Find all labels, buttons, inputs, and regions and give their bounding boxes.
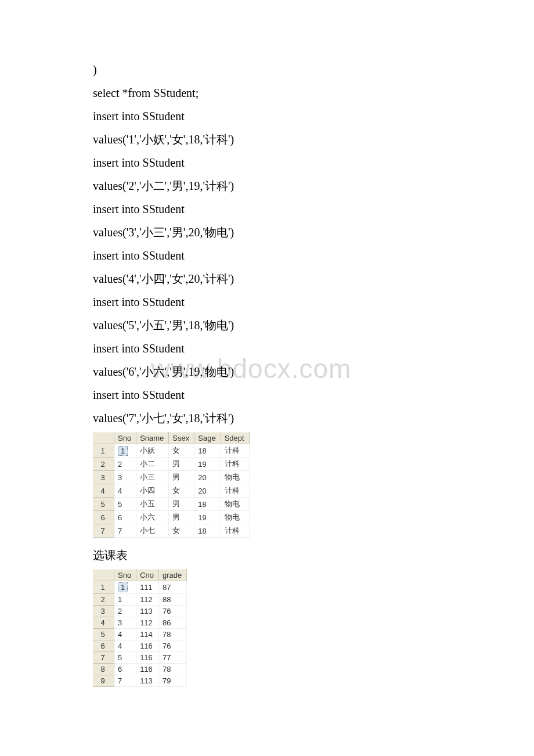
cell-sname[interactable]: 小六 — [136, 511, 169, 524]
table-row[interactable]: 3 2 113 76 — [93, 606, 187, 617]
cell-sno[interactable]: 5 — [114, 498, 136, 511]
cell-grade[interactable]: 78 — [159, 664, 187, 675]
table-row[interactable]: 5 4 114 78 — [93, 629, 187, 640]
cell-sno[interactable]: 6 — [114, 664, 136, 675]
cell-sname[interactable]: 小二 — [136, 458, 169, 471]
cell-cno[interactable]: 112 — [136, 617, 159, 629]
row-number[interactable]: 8 — [93, 664, 114, 675]
col-header[interactable]: Sage — [194, 433, 221, 444]
cell-sno[interactable]: 3 — [114, 617, 136, 629]
table-row[interactable]: 7 7 小七 女 18 计科 — [93, 524, 249, 538]
cell-sname[interactable]: 小妖 — [136, 444, 169, 458]
cell-sno[interactable]: 6 — [114, 511, 136, 524]
cell-grade[interactable]: 86 — [159, 617, 187, 629]
cell-sage[interactable]: 19 — [194, 511, 221, 524]
cell-ssex[interactable]: 女 — [169, 524, 194, 538]
table-row[interactable]: 7 5 116 77 — [93, 652, 187, 664]
cell-sdept[interactable]: 计科 — [221, 444, 249, 458]
col-header[interactable]: grade — [159, 570, 187, 581]
row-number[interactable]: 7 — [93, 524, 114, 538]
cell-sage[interactable]: 20 — [194, 484, 221, 498]
cell-sdept[interactable]: 物电 — [221, 498, 249, 511]
table-row[interactable]: 1 1 小妖 女 18 计科 — [93, 444, 249, 458]
row-number[interactable]: 5 — [93, 498, 114, 511]
col-header[interactable]: Cno — [136, 570, 159, 581]
cell-ssex[interactable]: 男 — [169, 511, 194, 524]
col-header[interactable]: Sno — [114, 433, 136, 444]
table-row[interactable]: 1 1 111 87 — [93, 581, 187, 594]
row-number[interactable]: 4 — [93, 617, 114, 629]
table-row[interactable]: 4 3 112 86 — [93, 617, 187, 629]
cell-sage[interactable]: 18 — [194, 498, 221, 511]
cell-ssex[interactable]: 女 — [169, 484, 194, 498]
cell-sage[interactable]: 18 — [194, 524, 221, 538]
table-row[interactable]: 2 1 112 88 — [93, 594, 187, 606]
cell-cno[interactable]: 116 — [136, 640, 159, 652]
table-row[interactable]: 6 6 小六 男 19 物电 — [93, 511, 249, 524]
cell-sage[interactable]: 20 — [194, 471, 221, 484]
cell-ssex[interactable]: 男 — [169, 458, 194, 471]
cell-sno[interactable]: 2 — [114, 458, 136, 471]
col-header[interactable]: Sdept — [221, 433, 249, 444]
cell-grade[interactable]: 76 — [159, 606, 187, 617]
cell-ssex[interactable]: 男 — [169, 498, 194, 511]
selected-cell[interactable]: 1 — [118, 582, 128, 592]
row-number[interactable]: 1 — [93, 444, 114, 458]
cell-sdept[interactable]: 计科 — [221, 524, 249, 538]
cell-sno[interactable]: 1 — [114, 444, 136, 458]
col-header[interactable]: Sname — [136, 433, 169, 444]
cell-cno[interactable]: 116 — [136, 652, 159, 664]
row-number[interactable]: 3 — [93, 606, 114, 617]
table-row[interactable]: 2 2 小二 男 19 计科 — [93, 458, 249, 471]
cell-cno[interactable]: 112 — [136, 594, 159, 606]
table-row[interactable]: 3 3 小三 男 20 物电 — [93, 471, 249, 484]
cell-sno[interactable]: 3 — [114, 471, 136, 484]
cell-ssex[interactable]: 女 — [169, 444, 194, 458]
cell-sdept[interactable]: 计科 — [221, 458, 249, 471]
row-number[interactable]: 9 — [93, 675, 114, 687]
cell-sno[interactable]: 4 — [114, 629, 136, 640]
cell-grade[interactable]: 88 — [159, 594, 187, 606]
cell-sno[interactable]: 4 — [114, 640, 136, 652]
cell-sdept[interactable]: 计科 — [221, 484, 249, 498]
row-number[interactable]: 2 — [93, 458, 114, 471]
cell-sno[interactable]: 2 — [114, 606, 136, 617]
cell-sno[interactable]: 1 — [114, 581, 136, 594]
col-header[interactable]: Ssex — [169, 433, 194, 444]
cell-cno[interactable]: 116 — [136, 664, 159, 675]
cell-grade[interactable]: 87 — [159, 581, 187, 594]
row-number[interactable]: 4 — [93, 484, 114, 498]
row-number[interactable]: 2 — [93, 594, 114, 606]
cell-sage[interactable]: 18 — [194, 444, 221, 458]
cell-sno[interactable]: 7 — [114, 675, 136, 687]
cell-grade[interactable]: 79 — [159, 675, 187, 687]
cell-grade[interactable]: 76 — [159, 640, 187, 652]
cell-cno[interactable]: 113 — [136, 606, 159, 617]
cell-sage[interactable]: 19 — [194, 458, 221, 471]
cell-sname[interactable]: 小三 — [136, 471, 169, 484]
cell-sdept[interactable]: 物电 — [221, 511, 249, 524]
selected-cell[interactable]: 1 — [118, 446, 128, 456]
cell-sno[interactable]: 4 — [114, 484, 136, 498]
table-row[interactable]: 8 6 116 78 — [93, 664, 187, 675]
row-number[interactable]: 1 — [93, 581, 114, 594]
cell-ssex[interactable]: 男 — [169, 471, 194, 484]
row-number[interactable]: 6 — [93, 511, 114, 524]
row-number[interactable]: 5 — [93, 629, 114, 640]
table-row[interactable]: 4 4 小四 女 20 计科 — [93, 484, 249, 498]
cell-sname[interactable]: 小五 — [136, 498, 169, 511]
cell-grade[interactable]: 78 — [159, 629, 187, 640]
cell-cno[interactable]: 113 — [136, 675, 159, 687]
cell-sno[interactable]: 1 — [114, 594, 136, 606]
cell-sname[interactable]: 小七 — [136, 524, 169, 538]
cell-cno[interactable]: 114 — [136, 629, 159, 640]
cell-sname[interactable]: 小四 — [136, 484, 169, 498]
table-row[interactable]: 9 7 113 79 — [93, 675, 187, 687]
cell-sdept[interactable]: 物电 — [221, 471, 249, 484]
cell-cno[interactable]: 111 — [136, 581, 159, 594]
cell-grade[interactable]: 77 — [159, 652, 187, 664]
row-number[interactable]: 3 — [93, 471, 114, 484]
col-header[interactable]: Sno — [114, 570, 136, 581]
cell-sno[interactable]: 5 — [114, 652, 136, 664]
row-number[interactable]: 7 — [93, 652, 114, 664]
